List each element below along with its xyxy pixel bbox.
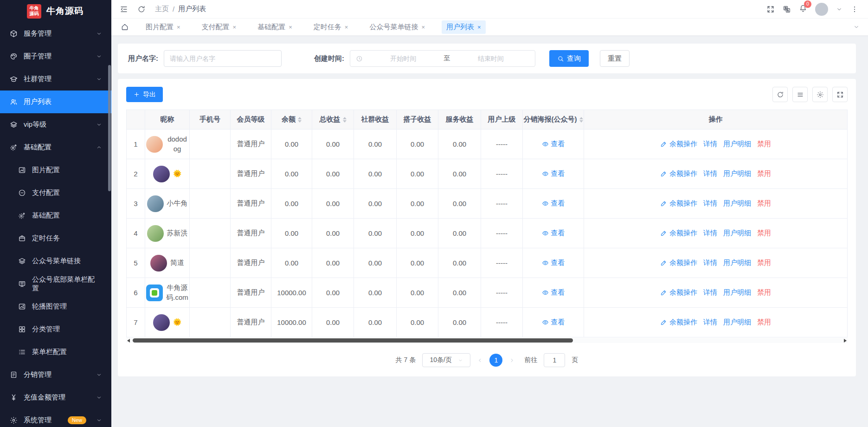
sidebar-item-basic-config[interactable]: 基础配置 bbox=[0, 136, 111, 159]
sidebar-item-image-config[interactable]: 图片配置 bbox=[0, 159, 111, 181]
sidebar-item-vip-level[interactable]: vip等级 bbox=[0, 113, 111, 136]
view-poster-link[interactable]: 查看 bbox=[542, 169, 565, 178]
view-poster-link[interactable]: 查看 bbox=[542, 199, 565, 208]
horizontal-scrollbar[interactable] bbox=[126, 338, 848, 343]
view-poster-link[interactable]: 查看 bbox=[542, 140, 565, 149]
user-detail-link[interactable]: 用户明细 bbox=[723, 288, 751, 297]
user-detail-link[interactable]: 用户明细 bbox=[723, 140, 751, 149]
reset-button[interactable]: 重置 bbox=[600, 50, 630, 67]
sidebar-item-mp-bottom-menu[interactable]: 公众号底部菜单栏配置 bbox=[0, 272, 111, 295]
tab-image-config[interactable]: 图片配置× bbox=[141, 20, 185, 34]
close-icon[interactable]: × bbox=[345, 24, 348, 31]
balance-operation-link[interactable]: 余额操作 bbox=[660, 140, 697, 149]
detail-link[interactable]: 详情 bbox=[703, 169, 717, 178]
sidebar-item-pay-config[interactable]: 支付配置 bbox=[0, 181, 111, 204]
sidebar-item-community-mgmt[interactable]: 社群管理 bbox=[0, 68, 111, 91]
close-icon[interactable]: × bbox=[477, 24, 481, 31]
sort-caret-icon[interactable] bbox=[343, 117, 347, 123]
view-poster-link[interactable]: 查看 bbox=[542, 229, 565, 238]
detail-link[interactable]: 详情 bbox=[703, 259, 717, 267]
username-input[interactable] bbox=[164, 50, 282, 67]
detail-link[interactable]: 详情 bbox=[703, 229, 717, 238]
close-icon[interactable]: × bbox=[421, 24, 425, 31]
search-button[interactable]: 查询 bbox=[549, 50, 589, 67]
sidebar-item-user-list[interactable]: 用户列表 bbox=[0, 91, 111, 113]
balance-operation-link[interactable]: 余额操作 bbox=[660, 169, 697, 178]
tab-basic-config[interactable]: 基础配置× bbox=[253, 20, 297, 34]
view-poster-link[interactable]: 查看 bbox=[542, 318, 565, 327]
sidebar-item-category-mgmt[interactable]: 分类管理 bbox=[0, 318, 111, 341]
sort-caret-icon[interactable] bbox=[579, 117, 583, 123]
sidebar-item-recharge-mgmt[interactable]: 充值金额管理 bbox=[0, 386, 111, 409]
detail-link[interactable]: 详情 bbox=[703, 318, 717, 327]
tab-cron-task[interactable]: 定时任务× bbox=[309, 20, 353, 34]
scroll-left-arrow-icon[interactable] bbox=[127, 339, 130, 343]
sidebar-item-circle-mgmt[interactable]: 圈子管理 bbox=[0, 45, 111, 68]
disable-link[interactable]: 禁用 bbox=[757, 199, 771, 208]
start-time-input[interactable] bbox=[365, 54, 442, 63]
user-detail-link[interactable]: 用户明细 bbox=[723, 169, 751, 178]
user-detail-link[interactable]: 用户明细 bbox=[723, 229, 751, 238]
tab-mp-menu-link[interactable]: 公众号菜单链接× bbox=[365, 20, 430, 34]
disable-link[interactable]: 禁用 bbox=[757, 169, 771, 178]
detail-link[interactable]: 详情 bbox=[703, 199, 717, 208]
sidebar-item-basic-config-item[interactable]: 基础配置 bbox=[0, 204, 111, 227]
translate-icon[interactable] bbox=[783, 5, 791, 13]
sidebar-item-distribution-mgmt[interactable]: 分销管理 bbox=[0, 363, 111, 386]
goto-page-input[interactable] bbox=[544, 353, 565, 367]
current-page-button[interactable]: 1 bbox=[489, 354, 502, 367]
balance-operation-link[interactable]: 余额操作 bbox=[660, 318, 697, 327]
user-detail-link[interactable]: 用户明细 bbox=[723, 318, 751, 327]
tab-pay-config[interactable]: 支付配置× bbox=[197, 20, 241, 34]
end-time-input[interactable] bbox=[452, 54, 530, 63]
scrollbar-thumb[interactable] bbox=[133, 338, 573, 343]
sidebar-item-menubar-config[interactable]: 菜单栏配置 bbox=[0, 341, 111, 363]
user-detail-link[interactable]: 用户明细 bbox=[723, 199, 751, 208]
scroll-right-arrow-icon[interactable] bbox=[844, 339, 847, 343]
home-tab-icon[interactable] bbox=[121, 23, 129, 31]
collapse-sidebar-icon[interactable] bbox=[120, 5, 128, 13]
date-range-picker[interactable]: 至 bbox=[350, 50, 535, 67]
balance-operation-link[interactable]: 余额操作 bbox=[660, 288, 697, 297]
chevron-down-icon[interactable] bbox=[836, 6, 842, 13]
disable-link[interactable]: 禁用 bbox=[757, 288, 771, 297]
page-size-select[interactable]: 10条/页 bbox=[422, 353, 470, 367]
col-header-balance[interactable]: 余额 bbox=[271, 110, 312, 129]
view-poster-link[interactable]: 查看 bbox=[542, 259, 565, 267]
breadcrumb-home[interactable]: 主页 bbox=[155, 5, 169, 13]
view-poster-link[interactable]: 查看 bbox=[542, 288, 565, 297]
tab-user-list[interactable]: 用户列表× bbox=[442, 20, 486, 34]
export-button[interactable]: 导出 bbox=[126, 87, 163, 102]
disable-link[interactable]: 禁用 bbox=[757, 259, 771, 267]
table-fullscreen-button[interactable] bbox=[832, 87, 848, 102]
disable-link[interactable]: 禁用 bbox=[757, 229, 771, 238]
close-icon[interactable]: × bbox=[289, 24, 292, 31]
close-icon[interactable]: × bbox=[177, 24, 180, 31]
tabbar-chevron-down-icon[interactable] bbox=[853, 24, 860, 30]
user-detail-link[interactable]: 用户明细 bbox=[723, 259, 751, 267]
column-settings-button[interactable] bbox=[812, 87, 828, 102]
sidebar-item-cron-task[interactable]: 定时任务 bbox=[0, 227, 111, 250]
prev-page-button[interactable] bbox=[477, 357, 483, 363]
next-page-button[interactable] bbox=[509, 357, 515, 363]
detail-link[interactable]: 详情 bbox=[703, 140, 717, 149]
sidebar-item-service-mgmt[interactable]: 服务管理 bbox=[0, 22, 111, 45]
sidebar-item-system-mgmt[interactable]: 系统管理New bbox=[0, 409, 111, 427]
balance-operation-link[interactable]: 余额操作 bbox=[660, 259, 697, 267]
sidebar-scrollbar[interactable] bbox=[108, 65, 111, 191]
refresh-page-icon[interactable] bbox=[137, 5, 146, 13]
disable-link[interactable]: 禁用 bbox=[757, 318, 771, 327]
disable-link[interactable]: 禁用 bbox=[757, 140, 771, 149]
sidebar-item-carousel-mgmt[interactable]: 轮播图管理 bbox=[0, 295, 111, 318]
kebab-menu-icon[interactable] bbox=[850, 5, 859, 13]
detail-link[interactable]: 详情 bbox=[703, 288, 717, 297]
sort-caret-icon[interactable] bbox=[298, 117, 302, 123]
refresh-table-button[interactable] bbox=[772, 87, 788, 102]
balance-operation-link[interactable]: 余额操作 bbox=[660, 229, 697, 238]
close-icon[interactable]: × bbox=[233, 24, 237, 31]
density-button[interactable] bbox=[792, 87, 808, 102]
col-header-poster[interactable]: 分销海报(公众号) bbox=[523, 110, 584, 129]
balance-operation-link[interactable]: 余额操作 bbox=[660, 199, 697, 208]
fullscreen-icon[interactable] bbox=[766, 5, 775, 13]
notifications-button[interactable]: 0 bbox=[799, 4, 807, 14]
